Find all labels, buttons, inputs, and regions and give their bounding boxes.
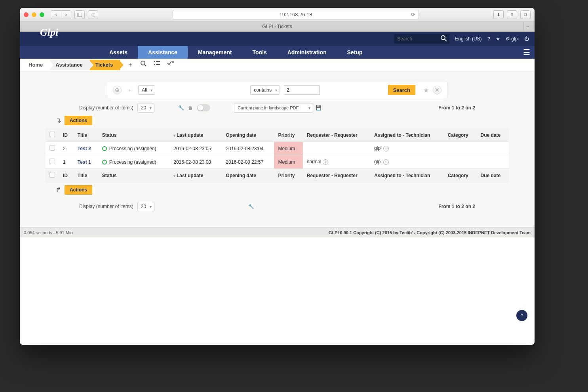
footer: 0.054 seconds - 5.91 Mio GLPI 0.90.1 Cop… — [20, 227, 535, 237]
col-title[interactable]: Title — [74, 128, 98, 142]
row-checkbox[interactable] — [49, 145, 55, 151]
svg-rect-0 — [77, 13, 82, 17]
prefs-link[interactable]: ⚙ glpi — [506, 36, 519, 42]
downloads-icon[interactable]: ⬇ — [493, 10, 504, 19]
col-last-update[interactable]: Last update — [169, 128, 222, 142]
main-nav: Assets Assistance Management Tools Admin… — [20, 46, 535, 59]
select-all-checkbox[interactable] — [49, 132, 55, 137]
list-icon[interactable] — [154, 61, 160, 69]
field-select[interactable]: All — [138, 85, 155, 95]
svg-point-4 — [141, 61, 145, 65]
new-tab-button[interactable]: + — [523, 23, 532, 31]
col-category[interactable]: Category — [444, 128, 477, 142]
save-icon[interactable]: 💾 — [316, 105, 322, 111]
svg-point-2 — [441, 36, 445, 40]
cell-requester — [303, 142, 370, 155]
col-assignee[interactable]: Assigned to - Technician — [370, 128, 444, 142]
cell-requester: normal — [307, 159, 322, 164]
nav-tools[interactable]: Tools — [242, 46, 277, 59]
table-row: 1 Test 1 Processing (assigned) 2016-02-0… — [46, 155, 509, 169]
language-link[interactable]: English (US) — [455, 36, 481, 42]
svg-line-3 — [445, 39, 447, 41]
nav-assets[interactable]: Assets — [99, 46, 138, 59]
window-minimize-icon[interactable] — [32, 12, 36, 17]
add-icon[interactable]: ＋ — [127, 61, 133, 69]
wrench-icon[interactable]: 🔧 — [178, 105, 184, 111]
info-icon[interactable]: i — [323, 159, 328, 165]
window-close-icon[interactable] — [24, 12, 29, 17]
browser-toolbar: ‹ › ◌ 192.168.26.18 ⟳ ⬇ ⇪ ⧉ — [20, 8, 535, 21]
window-zoom-icon[interactable] — [40, 12, 44, 17]
cell-priority: Medium — [274, 142, 303, 155]
validate-icon[interactable] — [167, 61, 174, 69]
col-status[interactable]: Status — [98, 128, 169, 142]
glpi-logo[interactable]: Glpi — [25, 23, 73, 42]
logout-icon[interactable]: ⏻ — [524, 36, 529, 42]
col-id[interactable]: ID — [59, 128, 74, 142]
toggle-switch[interactable] — [197, 104, 210, 111]
wrench-icon[interactable]: 🔧 — [248, 204, 254, 209]
reset-icon[interactable]: ✕ — [433, 86, 441, 94]
nav-administration[interactable]: Administration — [277, 46, 337, 59]
scroll-top-button[interactable]: ^ — [516, 310, 527, 321]
compass-icon[interactable]: ◌ — [88, 10, 98, 19]
cell-last: 2016-02-08 23:00 — [169, 155, 222, 169]
value-input[interactable] — [284, 85, 320, 95]
items-per-page-select[interactable]: 20 — [137, 103, 154, 113]
table-header-row: ID Title Status Last update Opening date… — [46, 128, 509, 142]
share-icon[interactable]: ⇪ — [507, 10, 517, 19]
search-tool-icon[interactable] — [141, 61, 147, 69]
star-icon[interactable]: ★ — [423, 86, 429, 94]
nav-setup[interactable]: Setup — [337, 46, 373, 59]
items-per-page-select[interactable]: 20 — [137, 202, 154, 211]
sidebar-icon[interactable] — [74, 10, 85, 19]
operator-select[interactable]: contains — [250, 85, 280, 95]
help-icon[interactable]: ? — [487, 36, 490, 42]
cell-assignee: glpi — [374, 159, 382, 164]
crumb-assistance[interactable]: Assistance — [50, 60, 90, 70]
col-opening-date[interactable]: Opening date — [222, 128, 274, 142]
cell-id: 2 — [59, 142, 74, 155]
footer-left: 0.054 seconds - 5.91 Mio — [24, 230, 73, 235]
actions-button-top[interactable]: Actions — [65, 116, 92, 125]
cell-due — [477, 142, 509, 155]
status-icon — [102, 146, 107, 151]
select-all-checkbox[interactable] — [49, 172, 55, 178]
display-options-bar-bottom: Display (number of items) 20 🔧 From 1 to… — [79, 202, 475, 211]
add-group-icon[interactable]: + — [126, 86, 134, 94]
nav-management[interactable]: Management — [188, 46, 242, 59]
actions-button-bottom[interactable]: Actions — [65, 185, 92, 195]
nav-assistance[interactable]: Assistance — [138, 46, 188, 59]
actions-row-bottom: ↱ Actions — [55, 185, 535, 195]
tabs-icon[interactable]: ⧉ — [520, 10, 531, 19]
search-icon[interactable] — [441, 35, 447, 42]
reload-icon[interactable]: ⟳ — [411, 11, 415, 17]
url-bar[interactable]: 192.168.26.18 ⟳ — [173, 10, 419, 19]
search-button[interactable]: Search — [388, 85, 415, 95]
cell-id: 1 — [59, 155, 74, 169]
browser-tabbar: GLPI - Tickets + — [20, 21, 535, 32]
col-priority[interactable]: Priority — [274, 128, 303, 142]
bookmark-icon[interactable]: ★ — [496, 36, 500, 42]
svg-line-5 — [145, 65, 146, 66]
ticket-link[interactable]: Test 2 — [78, 146, 91, 151]
hamburger-icon[interactable]: ☰ — [519, 46, 535, 59]
forward-button[interactable]: › — [61, 10, 71, 19]
cell-category — [444, 155, 477, 169]
svg-point-8 — [154, 64, 155, 65]
ticket-link[interactable]: Test 1 — [78, 159, 91, 165]
trash-icon[interactable]: 🗑 — [188, 105, 193, 111]
info-icon[interactable]: i — [383, 146, 389, 151]
back-button[interactable]: ‹ — [51, 10, 61, 19]
tab-title[interactable]: GLPI - Tickets — [262, 24, 292, 29]
export-format-select[interactable]: Current page in landscape PDF — [234, 103, 313, 113]
url-text: 192.168.26.18 — [279, 11, 312, 17]
col-due-date[interactable]: Due date — [477, 128, 509, 142]
col-requester[interactable]: Requester - Requester — [303, 128, 370, 142]
display-label: Display (number of items) — [79, 204, 133, 209]
crumb-tickets[interactable]: Tickets — [90, 60, 120, 70]
crumb-home[interactable]: Home — [23, 60, 50, 70]
info-icon[interactable]: i — [383, 159, 389, 165]
add-rule-icon[interactable]: ⊕ — [113, 86, 122, 94]
row-checkbox[interactable] — [49, 159, 55, 164]
